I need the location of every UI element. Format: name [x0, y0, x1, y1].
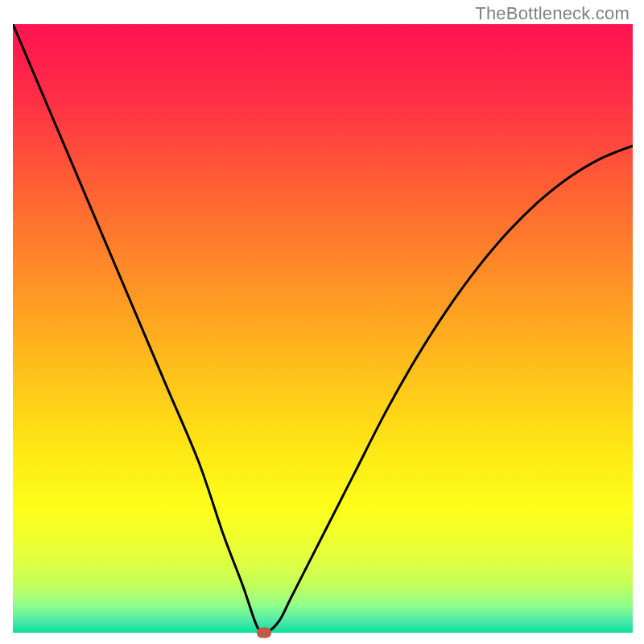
chart-container: TheBottleneck.com: [0, 0, 644, 644]
bottleneck-curve: [13, 24, 633, 633]
plot-frame: [13, 24, 633, 633]
watermark-text: TheBottleneck.com: [475, 3, 630, 24]
optimal-point-marker: [257, 628, 271, 638]
